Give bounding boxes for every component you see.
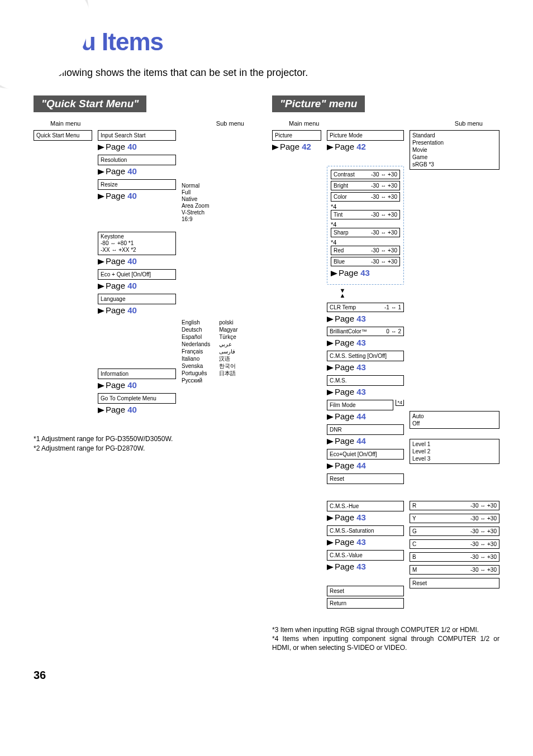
page-ref: Page 43 bbox=[327, 314, 404, 323]
picture-mode-option: Movie bbox=[412, 146, 497, 154]
eco-quiet-box: Eco + Quiet [On/Off] bbox=[98, 269, 176, 280]
left-footnotes: *1 Adjustment range for PG-D3550W/D3050W… bbox=[34, 434, 261, 453]
reset-box: Reset bbox=[327, 473, 404, 484]
page-ref: Page 40 bbox=[98, 281, 176, 290]
resize-submenu: NormalFullNativeArea ZoomV-Stretch16:9 bbox=[182, 183, 261, 223]
page-ref: Page 42 bbox=[272, 142, 321, 151]
content-columns: "Quick Start Menu" Main menu Sub menu Qu… bbox=[34, 95, 499, 652]
adjust-row: Tint-30 ↔ +30*4 bbox=[331, 210, 400, 228]
cms-val-box: C.M.S.-Value bbox=[327, 550, 404, 561]
page-number: 36 bbox=[34, 669, 499, 682]
page-ref: Page 40 bbox=[98, 305, 176, 315]
page-ref: Page 40 bbox=[98, 256, 176, 266]
language-option: English bbox=[182, 319, 210, 326]
cms-color-row: G-30 ↔ +30 bbox=[410, 527, 499, 536]
dnr-option: Level 2 bbox=[412, 448, 497, 455]
cms-reset-box: Reset bbox=[410, 578, 499, 588]
quick-start-main-box: Quick Start Menu bbox=[34, 130, 92, 141]
main-menu-label: Main menu bbox=[50, 120, 80, 127]
cms-sat-box: C.M.S.-Saturation bbox=[327, 525, 404, 536]
picture-mode-option: Standard bbox=[412, 132, 497, 139]
brilliant-box: BrilliantColor™0 ↔ 2 bbox=[327, 327, 404, 336]
dnr-option: Level 3 bbox=[412, 455, 497, 462]
page-title: Menu Items bbox=[34, 28, 499, 56]
page-ref: Page 40 bbox=[98, 142, 176, 151]
film-mode-option: Off bbox=[412, 420, 497, 427]
clr-temp-box: CLR Temp-1 ↔ 1 bbox=[327, 303, 404, 312]
language-option: 汉语 bbox=[219, 355, 237, 362]
right-column: "Picture" menu Main menu Sub menu Pictur… bbox=[272, 95, 499, 652]
resize-option: Area Zoom bbox=[182, 203, 261, 209]
resize-option: Full bbox=[182, 189, 261, 196]
page-ref: Page 43 bbox=[327, 338, 404, 347]
goto-complete-box: Go To Complete Menu bbox=[98, 393, 176, 404]
adjust-row: Red-30 ↔ +30 bbox=[331, 246, 400, 255]
language-box: Language bbox=[98, 294, 176, 304]
resize-option: 16:9 bbox=[182, 216, 261, 223]
cms-color-row: B-30 ↔ +30 bbox=[410, 552, 499, 562]
language-option: Nederlands bbox=[182, 341, 210, 348]
cms-color-row: Y-30 ↔ +30 bbox=[410, 514, 499, 523]
language-option: Français bbox=[182, 348, 210, 355]
adjust-row: Contrast-30 ↔ +30 bbox=[331, 170, 400, 179]
quick-start-header: "Quick Start Menu" bbox=[34, 95, 146, 112]
film-mode-submenu: AutoOff bbox=[410, 411, 499, 429]
page-ref: Page 44 bbox=[327, 436, 404, 446]
page-ref: Page 43 bbox=[327, 513, 404, 522]
keystone-box: Keystone -80 ↔ +80 *1 -XX ↔ +XX *2 bbox=[98, 232, 176, 255]
language-option: Türkçe bbox=[219, 333, 237, 341]
intro-text: The following shows the items that can b… bbox=[34, 67, 499, 79]
page-ref: Page 43 bbox=[327, 387, 404, 396]
language-option: Svenska bbox=[182, 362, 210, 370]
adjust-row: Blue-30 ↔ +30 bbox=[331, 257, 400, 266]
cms-box: C.M.S. bbox=[327, 375, 404, 386]
adjust-group: Contrast-30 ↔ +30Bright-30 ↔ +30Color-30… bbox=[327, 166, 404, 285]
resolution-box: Resolution bbox=[98, 155, 176, 165]
resize-option: V-Stretch bbox=[182, 209, 261, 216]
picture-mode-box: Picture Mode bbox=[327, 130, 404, 141]
language-option: Deutsch bbox=[182, 326, 210, 333]
picture-main-box: Picture bbox=[272, 130, 321, 141]
dnr-option: Level 1 bbox=[412, 441, 497, 448]
page-ref: Page 43 bbox=[327, 362, 404, 372]
language-option: Português bbox=[182, 370, 210, 377]
cms-hue-box: C.M.S.-Hue bbox=[327, 501, 404, 511]
language-option: 日本語 bbox=[219, 370, 237, 377]
right-footnotes: *3 Item when inputting RGB signal throug… bbox=[272, 625, 499, 653]
language-option: 한국어 bbox=[219, 362, 237, 370]
eco-quiet2-box: Eco+Quiet [On/Off] bbox=[327, 449, 404, 460]
page-ref: Page 40 bbox=[98, 405, 176, 414]
language-option: Italiano bbox=[182, 355, 210, 362]
adjust-row: Bright-30 ↔ +30 bbox=[331, 181, 400, 190]
return-box: Return bbox=[327, 598, 404, 609]
dnr-box: DNR bbox=[327, 424, 404, 435]
language-option: Русский bbox=[182, 377, 210, 384]
picture-mode-submenu: StandardPresentationMovieGamesRGB *3 bbox=[410, 130, 499, 170]
cms-setting-box: C.M.S. Setting [On/Off] bbox=[327, 351, 404, 361]
picture-mode-option: Game bbox=[412, 154, 497, 161]
dnr-submenu: Level 1Level 2Level 3 bbox=[410, 439, 499, 464]
language-option: Español bbox=[182, 333, 210, 341]
language-submenu: EnglishDeutschEspañolNederlandsFrançaisI… bbox=[182, 319, 261, 384]
film-mode-box: Film Mode bbox=[327, 400, 393, 410]
language-option: Magyar bbox=[219, 326, 237, 333]
picture-mode-option: Presentation bbox=[412, 139, 497, 146]
page-ref: Page 44 bbox=[327, 412, 404, 421]
page-ref: Page 40 bbox=[98, 380, 176, 390]
input-search-box: Input Search Start bbox=[98, 130, 176, 141]
reset2-box: Reset bbox=[327, 586, 404, 596]
adjust-row: Color-30 ↔ +30*4 bbox=[331, 192, 400, 210]
page-ref: Page 40 bbox=[98, 191, 176, 200]
film-mode-ann: *4 bbox=[396, 400, 404, 406]
adjust-row: Sharp-30 ↔ +30*4 bbox=[331, 228, 400, 246]
language-option: polski bbox=[219, 319, 237, 326]
page-ref: Page 43 bbox=[327, 537, 404, 547]
main-menu-label: Main menu bbox=[289, 120, 319, 127]
picture-header: "Picture" menu bbox=[272, 95, 365, 112]
page-ref: Page 40 bbox=[98, 166, 176, 176]
sub-menu-label: Sub menu bbox=[216, 120, 244, 127]
cms-color-row: M-30 ↔ +30 bbox=[410, 565, 499, 575]
page-ref: Page 43 bbox=[331, 268, 400, 277]
page-ref: Page 42 bbox=[327, 142, 404, 151]
scroll-arrows-icon: ▼▲ bbox=[337, 288, 348, 298]
